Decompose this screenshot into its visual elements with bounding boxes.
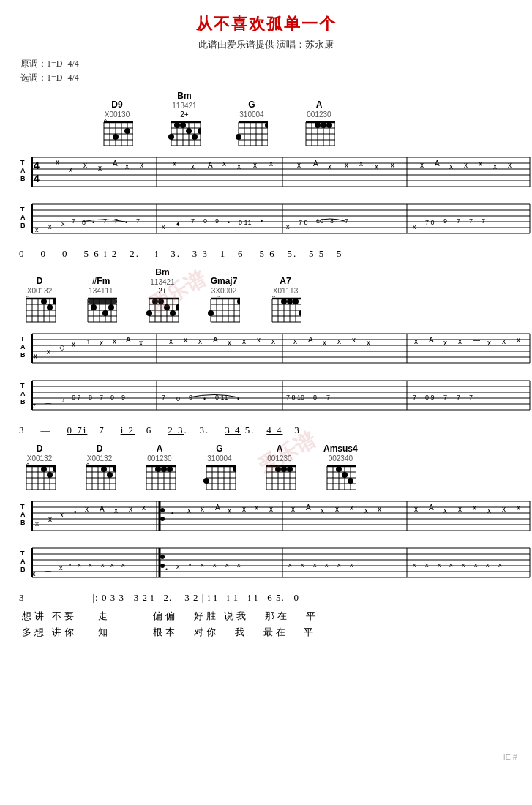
svg-text:8: 8 xyxy=(330,217,334,225)
svg-text:A: A xyxy=(20,214,26,221)
svg-text:x: x xyxy=(242,337,246,345)
meta-info: 原调：1=D 4/4 选调：1=D 4/4 xyxy=(20,57,519,85)
svg-text:x: x xyxy=(86,463,89,466)
svg-text:9: 9 xyxy=(121,394,125,401)
svg-text:7: 7 xyxy=(345,217,348,225)
svg-text:x: x xyxy=(89,561,92,569)
svg-text:x: x xyxy=(213,561,217,569)
svg-text:x: x xyxy=(502,337,506,345)
svg-text:7: 7 xyxy=(469,394,473,401)
time-sig: 4/4 xyxy=(67,59,78,69)
svg-text:—: — xyxy=(45,567,51,574)
svg-text:0: 0 xyxy=(110,394,114,401)
svg-text:0: 0 xyxy=(203,217,207,225)
svg-text:7 8: 7 8 xyxy=(299,219,308,226)
svg-text:x: x xyxy=(414,505,418,513)
chord-bm-diagram xyxy=(168,119,201,147)
svg-text:A: A xyxy=(429,336,434,344)
svg-text:x: x xyxy=(443,506,447,514)
chord-a7: A7 X01113 x xyxy=(269,276,301,323)
svg-point-315 xyxy=(41,466,47,472)
svg-text:x: x xyxy=(253,161,257,169)
svg-point-172 xyxy=(91,304,97,310)
svg-point-316 xyxy=(47,472,53,478)
svg-text:A: A xyxy=(20,167,26,174)
svg-text:x: x xyxy=(286,223,290,231)
svg-text:x: x xyxy=(493,162,497,171)
svg-text:•: • xyxy=(237,395,239,402)
svg-text:x: x xyxy=(228,339,231,347)
svg-text:x: x xyxy=(191,162,195,171)
svg-text:•: • xyxy=(171,509,174,517)
svg-text:x: x xyxy=(72,340,75,348)
svg-point-218 xyxy=(287,299,293,304)
svg-text:A: A xyxy=(215,503,220,512)
chord-d-2: D X00132 x xyxy=(23,276,56,323)
svg-text:x: x xyxy=(449,162,453,171)
svg-text:—: — xyxy=(45,400,51,407)
svg-text:x: x xyxy=(323,339,326,347)
svg-text:A: A xyxy=(313,160,318,168)
svg-text:A: A xyxy=(306,503,311,512)
svg-text:7 8 10: 7 8 10 xyxy=(286,394,304,401)
svg-point-186 xyxy=(152,299,158,304)
svg-point-388 xyxy=(348,478,353,484)
svg-text:8: 8 xyxy=(313,394,317,401)
svg-text:x: x xyxy=(47,348,50,356)
svg-text:x: x xyxy=(198,337,202,345)
svg-text:•: • xyxy=(261,217,263,225)
svg-text:B: B xyxy=(20,566,26,573)
svg-text:—: — xyxy=(381,337,389,345)
svg-point-452 xyxy=(160,564,165,568)
svg-text:x: x xyxy=(473,503,476,512)
svg-point-403 xyxy=(160,517,165,521)
svg-text:A: A xyxy=(20,390,26,397)
chord-a-3: A 001230 xyxy=(143,443,176,491)
svg-text:•: • xyxy=(189,561,191,569)
svg-text:x: x xyxy=(321,506,324,514)
chord-amsus4: Amsus4 002340 xyxy=(323,443,358,491)
svg-text:•: • xyxy=(69,561,71,569)
svg-text:x: x xyxy=(35,520,39,528)
chord-row-1: D9 X00130 x Bm 1134 xyxy=(101,91,519,147)
lyrics-line-1: 想讲 不要 走 偏偏 好胜 说我 那在 平 xyxy=(22,610,510,623)
svg-text:A: A xyxy=(213,336,218,344)
svg-text:•: • xyxy=(74,508,77,516)
svg-text:x: x xyxy=(60,511,64,519)
song-title: 从不喜欢孤单一个 xyxy=(13,13,519,35)
svg-text:x: x xyxy=(257,336,261,344)
svg-text:x: x xyxy=(350,561,353,569)
svg-text:x: x xyxy=(242,505,246,513)
notation-row-3: 3 — — — |: 0 3 3 3 2 i 2. 3 2 | i i i 1 … xyxy=(19,592,513,604)
svg-text:x: x xyxy=(169,337,173,345)
svg-text:A: A xyxy=(435,160,440,168)
svg-point-173 xyxy=(102,310,108,316)
chord-g: G 310004 xyxy=(236,100,268,147)
svg-text:x: x xyxy=(201,505,204,513)
svg-point-11 xyxy=(124,128,130,134)
page: 爱乐谱 爱乐谱 从不喜欢孤单一个 此谱由爱乐谱提供 演唱：苏永康 原调：1=D … xyxy=(0,0,532,805)
svg-text:x: x xyxy=(78,561,81,569)
svg-text:x: x xyxy=(391,161,394,169)
chord-a: A 001230 xyxy=(303,100,335,147)
svg-text:B: B xyxy=(20,398,26,405)
svg-point-42 xyxy=(236,134,241,140)
bottom-ref: iE # xyxy=(503,752,517,761)
svg-point-25 xyxy=(174,122,180,128)
svg-point-174 xyxy=(108,304,114,310)
svg-text:x: x xyxy=(222,160,226,168)
svg-point-57 xyxy=(326,122,332,128)
svg-text:x: x xyxy=(269,505,273,513)
svg-text:x: x xyxy=(508,161,512,169)
svg-point-29 xyxy=(192,134,198,140)
svg-text:x: x xyxy=(48,515,52,523)
svg-point-219 xyxy=(293,299,299,304)
svg-text:x: x xyxy=(337,561,341,569)
svg-point-220 xyxy=(299,310,301,316)
svg-text:x: x xyxy=(125,162,129,171)
chord-d9-diagram: x xyxy=(101,119,133,147)
svg-text:x: x xyxy=(100,339,103,347)
svg-text:x: x xyxy=(449,561,453,569)
svg-text:x: x xyxy=(288,561,292,569)
chord-fm-2: #Fm 134111 xyxy=(85,276,117,323)
